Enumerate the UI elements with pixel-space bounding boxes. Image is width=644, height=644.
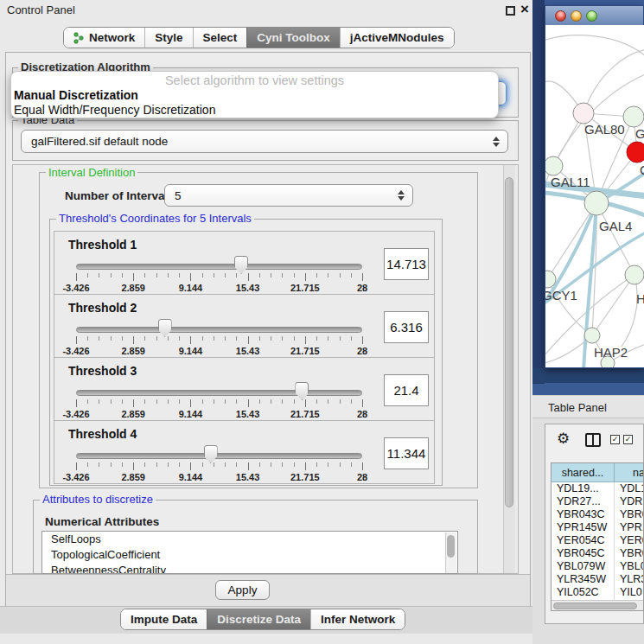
slider-thumb[interactable]: [158, 319, 172, 337]
tab-style[interactable]: Style: [144, 28, 192, 48]
table-row[interactable]: YDL19...YDL1: [552, 482, 644, 495]
table-horizontal-scrollbar[interactable]: [552, 600, 643, 611]
checkbox-icon[interactable]: ✓: [610, 435, 620, 444]
list-item[interactable]: SelfLoops: [42, 532, 457, 547]
tab-cyni-toolbox[interactable]: Cyni Toolbox: [246, 28, 340, 48]
tick-mark: [305, 273, 306, 281]
threshold-value-field[interactable]: 6.316: [384, 311, 429, 343]
tick-label: 9.144: [179, 283, 203, 293]
table-row[interactable]: YPR145WYPR1: [552, 521, 644, 534]
tab-infer-network-label: Infer Network: [321, 613, 395, 626]
tick-mark: [362, 336, 363, 344]
number-of-intervals-combobox[interactable]: 5: [164, 184, 413, 207]
dropdown-option-manual[interactable]: Manual Discretization: [14, 88, 138, 102]
minimize-traffic-icon[interactable]: [571, 10, 582, 22]
table-data-combobox[interactable]: galFiltered.sif default node: [21, 130, 508, 153]
tick-mark: [236, 336, 237, 341]
dropdown-option-equal-width[interactable]: Equal Width/Frequency Discretization: [14, 103, 215, 117]
gear-icon[interactable]: ⚙: [557, 430, 570, 448]
threshold-label: Threshold 2: [68, 301, 137, 315]
tick-mark: [190, 462, 191, 470]
threshold-value-field[interactable]: 21.4: [384, 374, 429, 406]
threshold-label: Threshold 3: [68, 364, 137, 378]
table-row[interactable]: YLR345WYLR3: [552, 573, 644, 586]
tab-jactivemnodules[interactable]: jActiveMNodules: [340, 28, 454, 48]
slider-thumb[interactable]: [204, 445, 218, 463]
tick-mark: [271, 336, 271, 341]
network-node-hap2[interactable]: [584, 328, 600, 343]
attributes-list-scrollbar[interactable]: [445, 532, 456, 574]
tick-mark: [362, 399, 363, 407]
threshold-value-field[interactable]: 14.713: [384, 248, 429, 280]
cell-shared-name: YIL052C: [557, 586, 599, 598]
network-node-gal80[interactable]: [573, 103, 594, 124]
tick-mark: [282, 399, 283, 404]
table-row[interactable]: YIL052CYIL0: [552, 586, 644, 599]
cell-name: YDR2: [620, 495, 644, 507]
tick-mark: [122, 336, 123, 341]
apply-button[interactable]: Apply: [215, 580, 270, 600]
list-item[interactable]: BetweennessCentrality: [42, 563, 457, 574]
slider-thumb[interactable]: [234, 256, 248, 274]
tick-label: 9.144: [179, 346, 203, 356]
checkbox-icon[interactable]: ✓: [623, 435, 633, 444]
tick-mark: [294, 462, 295, 467]
tick-mark: [202, 399, 203, 404]
column-header-name[interactable]: na: [615, 463, 644, 482]
table-row[interactable]: YDR27...YDR2: [552, 495, 644, 508]
tick-mark: [214, 399, 214, 404]
table-row[interactable]: YBL079WYBL0: [552, 560, 644, 573]
list-item[interactable]: TopologicalCoefficient: [42, 547, 457, 563]
node-label-gal80: GAL80: [584, 122, 625, 137]
threshold-value-field[interactable]: 11.344: [384, 437, 429, 469]
control-panel-title: Control Panel: [7, 3, 75, 16]
tab-impute-data[interactable]: Impute Data: [121, 609, 207, 629]
column-header-shared-name[interactable]: shared...: [552, 463, 615, 482]
tab-discretize-data[interactable]: Discretize Data: [207, 609, 310, 629]
tick-mark: [168, 336, 169, 341]
close-icon[interactable]: ×: [520, 1, 529, 18]
network-canvas[interactable]: GAL80 GA C GAL11 GAL4 GCY1 H HAP2: [545, 25, 644, 367]
threshold-2-panel: Threshold 2 -3.4262.8599.14415.4321.7152…: [54, 294, 435, 358]
table-row[interactable]: YBR043CYBR0: [552, 508, 644, 521]
tick-mark: [190, 399, 191, 407]
tick-mark: [111, 462, 112, 467]
network-node[interactable]: [623, 106, 644, 127]
tick-mark: [156, 399, 157, 404]
tick-mark: [76, 336, 77, 344]
settings-scrollbar-thumb[interactable]: [505, 177, 513, 507]
combobox-arrows-icon: [398, 190, 405, 201]
threshold-4-panel: Threshold 4 -3.4262.8599.14415.4321.7152…: [54, 420, 435, 484]
network-window-titlebar[interactable]: [545, 6, 643, 26]
network-node-gal11[interactable]: [545, 156, 563, 175]
float-window-icon[interactable]: [506, 6, 515, 16]
cell-name: YPR1: [620, 521, 644, 533]
table-horizontal-scrollbar-thumb[interactable]: [553, 603, 637, 609]
close-traffic-icon[interactable]: [555, 10, 566, 22]
zoom-traffic-icon[interactable]: [586, 10, 597, 22]
numerical-attributes-label: Numerical Attributes: [45, 515, 159, 528]
tick-mark: [236, 273, 237, 277]
network-node-selected-red[interactable]: [627, 142, 644, 163]
node-attribute-table[interactable]: shared... na YDL19...YDL1 YDR27...YDR2 Y…: [551, 462, 644, 611]
table-row[interactable]: YBR045CYBR0: [552, 547, 644, 560]
tick-label: 9.144: [179, 409, 203, 419]
network-node-h[interactable]: [625, 265, 644, 284]
network-node-gal4[interactable]: [584, 191, 609, 215]
tab-network[interactable]: Network: [64, 28, 144, 48]
numerical-attributes-list[interactable]: SelfLoops TopologicalCoefficient Between…: [41, 531, 458, 574]
tick-mark: [340, 462, 341, 467]
cell-shared-name: YDL19...: [557, 482, 599, 494]
attributes-list-scrollbar-thumb[interactable]: [447, 535, 455, 558]
tick-mark: [282, 336, 283, 341]
slider-thumb[interactable]: [295, 382, 309, 400]
tick-mark: [144, 399, 145, 404]
network-icon: [73, 32, 85, 44]
split-columns-icon[interactable]: [585, 433, 601, 447]
table-row[interactable]: YER054CYER0: [552, 534, 644, 547]
tick-mark: [294, 273, 295, 277]
tick-mark: [168, 399, 169, 404]
tab-infer-network[interactable]: Infer Network: [310, 609, 405, 629]
tab-select[interactable]: Select: [193, 28, 247, 48]
tick-mark: [236, 399, 237, 404]
